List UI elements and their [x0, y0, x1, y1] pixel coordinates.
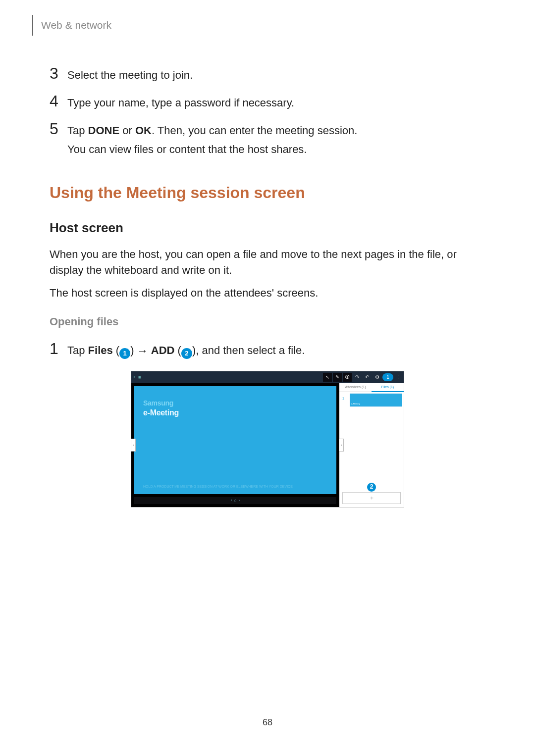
files-panel: › Attendees (1) Files (1) 1 e-Meeting 2	[339, 383, 404, 507]
breadcrumb: Web & network	[41, 19, 111, 31]
pointer-icon[interactable]: ↖	[323, 373, 332, 382]
step-number: 3	[50, 65, 67, 81]
callout-2-icon: 2	[367, 483, 376, 492]
numbered-steps-opening-files: 1 Tap Files (1) → ADD (2), and then sele…	[50, 341, 485, 359]
page-header: Web & network	[32, 15, 485, 36]
step-text: Type your name, type a password if neces…	[67, 97, 294, 109]
undo-icon[interactable]: ↷	[353, 373, 362, 382]
tab-files[interactable]: Files (1)	[372, 383, 404, 392]
callout-2-icon: 2	[181, 348, 192, 359]
home-slide-icon[interactable]: ⌂	[234, 498, 237, 504]
tab-attendees[interactable]: Attendees (1)	[339, 383, 372, 392]
step-text-extra: You can view files or content that the h…	[67, 142, 485, 157]
subsubsection-heading: Opening files	[50, 314, 485, 330]
thumbnail-index: 1	[341, 394, 348, 406]
more-icon[interactable]: ⋮	[394, 374, 402, 381]
prev-slide-icon[interactable]: ‹	[231, 498, 232, 504]
step-number: 1	[50, 341, 67, 356]
eraser-icon[interactable]: ⦿	[343, 373, 352, 382]
current-slide: Samsung e-Meeting HOLD A PRODUCTIVE MEET…	[134, 386, 336, 494]
step-text: Select the meeting to join.	[67, 69, 193, 81]
add-button[interactable]: 2 ＋	[342, 492, 401, 504]
presentation-area: › Samsung e-Meeting HOLD A PRODUCTIVE ME…	[131, 383, 339, 507]
subsection-heading: Host screen	[50, 219, 485, 238]
plus-icon: ＋	[369, 494, 374, 502]
back-icon[interactable]: ‹	[133, 373, 135, 381]
mock-toolbar: ‹ ■ ↖ ✎ ⦿ ↷ ↶ ⚙ 1 ⋮	[131, 371, 404, 383]
callout-1-icon: 1	[119, 348, 130, 359]
paragraph: The host screen is displayed on the atte…	[50, 285, 485, 301]
files-button[interactable]: 1	[382, 373, 393, 381]
step-text: Tap DONE or OK. Then, you can enter the …	[67, 124, 357, 137]
numbered-steps-continued: 3 Select the meeting to join. 4 Type you…	[50, 65, 485, 157]
expand-handle-left[interactable]: ›	[131, 439, 136, 452]
next-slide-icon[interactable]: ›	[238, 498, 240, 504]
section-heading: Using the Meeting session screen	[50, 181, 485, 204]
step-1: 1 Tap Files (1) → ADD (2), and then sele…	[50, 341, 485, 359]
step-4: 4 Type your name, type a password if nec…	[50, 93, 485, 111]
host-screen-screenshot: ‹ ■ ↖ ✎ ⦿ ↷ ↶ ⚙ 1 ⋮ ›	[131, 371, 404, 507]
slide-title-1: Samsung	[143, 398, 327, 408]
paragraph: When you are the host, you can open a fi…	[50, 247, 485, 278]
slide-title-2: e-Meeting	[143, 407, 327, 418]
step-5: 5 Tap DONE or OK. Then, you can enter th…	[50, 121, 485, 157]
settings-icon[interactable]: ⚙	[373, 373, 381, 382]
pen-icon[interactable]: ✎	[333, 373, 342, 382]
page-number: 68	[0, 716, 535, 729]
arrow-icon: →	[137, 345, 148, 357]
slide-subtitle: HOLD A PRODUCTIVE MEETING SESSION AT WOR…	[143, 484, 327, 489]
slide-thumbnail[interactable]: e-Meeting	[350, 394, 402, 406]
toolbar-title: ■	[138, 374, 141, 381]
redo-icon[interactable]: ↶	[363, 373, 372, 382]
expand-handle-right[interactable]: ›	[339, 439, 344, 452]
step-number: 5	[50, 121, 67, 137]
slide-nav-bar: ‹ ⌂ ›	[134, 497, 336, 504]
step-number: 4	[50, 93, 67, 109]
step-3: 3 Select the meeting to join.	[50, 65, 485, 83]
step-text: Tap Files (1) → ADD (2), and then select…	[67, 341, 485, 359]
